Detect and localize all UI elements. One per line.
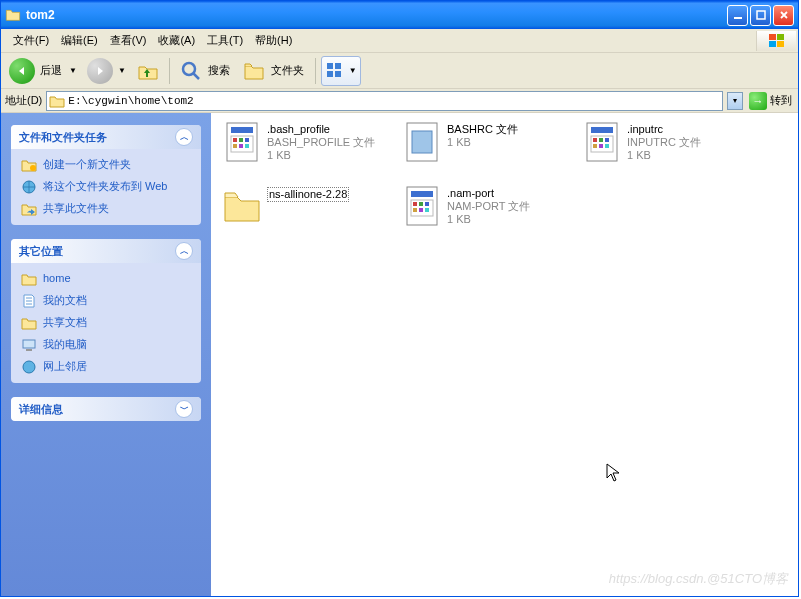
place-home[interactable]: home [21, 271, 191, 287]
toolbar: 后退 ▼ ▼ 搜索 文件夹 ▼ [1, 53, 798, 89]
menu-help[interactable]: 帮助(H) [249, 30, 298, 51]
tasks-panel-header[interactable]: 文件和文件夹任务 ︿ [11, 125, 201, 149]
svg-rect-19 [233, 138, 237, 142]
file-icon [401, 185, 443, 227]
file-item[interactable]: .inputrcINPUTRC 文件1 KB [581, 121, 751, 163]
file-item[interactable]: .bash_profileBASH_PROFILE 文件1 KB [221, 121, 391, 163]
place-mycomputer[interactable]: 我的电脑 [21, 337, 191, 353]
chevron-down-icon[interactable]: ﹀ [175, 400, 193, 418]
svg-rect-5 [777, 41, 784, 47]
svg-rect-2 [769, 34, 776, 40]
titlebar[interactable]: tom2 [1, 1, 798, 29]
new-folder-icon [21, 157, 37, 173]
svg-rect-20 [239, 138, 243, 142]
window-title: tom2 [26, 8, 727, 22]
svg-rect-44 [425, 208, 429, 212]
menu-file[interactable]: 文件(F) [7, 30, 55, 51]
back-icon [9, 58, 35, 84]
tasks-panel: 文件和文件夹任务 ︿ 创建一个新文件夹 将这个文件夹发布到 Web 共享此文件夹 [11, 125, 201, 225]
places-panel-header[interactable]: 其它位置 ︿ [11, 239, 201, 263]
place-mydocs[interactable]: 我的文档 [21, 293, 191, 309]
folders-button[interactable]: 文件夹 [238, 56, 310, 86]
svg-rect-32 [605, 138, 609, 142]
file-icon [221, 121, 263, 163]
dropdown-arrow-icon: ▼ [118, 66, 126, 75]
svg-rect-22 [233, 144, 237, 148]
address-bar: 地址(D) ▾ → 转到 [1, 89, 798, 113]
view-mode-button[interactable]: ▼ [321, 56, 361, 86]
dropdown-arrow-icon: ▼ [69, 66, 77, 75]
dropdown-arrow-icon: ▼ [349, 66, 357, 75]
go-button[interactable]: → 转到 [747, 91, 794, 111]
file-view[interactable]: .bash_profileBASH_PROFILE 文件1 KB BASHRC … [211, 113, 798, 596]
cursor-icon [606, 463, 622, 483]
folder-item[interactable]: ns-allinone-2.28 [221, 185, 391, 227]
svg-rect-3 [777, 34, 784, 40]
separator [169, 58, 170, 84]
forward-button[interactable]: ▼ [83, 56, 130, 86]
svg-rect-0 [734, 17, 742, 19]
up-button[interactable] [132, 56, 164, 86]
svg-rect-21 [245, 138, 249, 142]
svg-rect-24 [245, 144, 249, 148]
details-panel: 详细信息 ﹀ [11, 397, 201, 421]
menu-tools[interactable]: 工具(T) [201, 30, 249, 51]
windows-flag-icon [756, 31, 796, 51]
svg-rect-28 [591, 127, 613, 133]
menu-favorites[interactable]: 收藏(A) [152, 30, 201, 51]
svg-rect-26 [412, 131, 432, 153]
details-panel-header[interactable]: 详细信息 ﹀ [11, 397, 201, 421]
file-item[interactable]: BASHRC 文件1 KB [401, 121, 571, 163]
place-shared[interactable]: 共享文档 [21, 315, 191, 331]
address-dropdown[interactable]: ▾ [727, 92, 743, 110]
svg-rect-7 [327, 63, 333, 69]
address-label: 地址(D) [5, 93, 42, 108]
address-input[interactable] [68, 95, 720, 107]
separator [315, 58, 316, 84]
svg-rect-30 [593, 138, 597, 142]
folder-icon [21, 271, 37, 287]
close-button[interactable] [773, 5, 794, 26]
svg-point-15 [23, 361, 35, 373]
svg-rect-17 [231, 127, 253, 133]
folder-icon [221, 185, 263, 227]
task-share[interactable]: 共享此文件夹 [21, 201, 191, 217]
menu-edit[interactable]: 编辑(E) [55, 30, 104, 51]
svg-point-11 [30, 165, 36, 171]
search-button[interactable]: 搜索 [175, 56, 236, 86]
svg-rect-13 [23, 340, 35, 348]
svg-rect-40 [419, 202, 423, 206]
menu-view[interactable]: 查看(V) [104, 30, 153, 51]
svg-rect-37 [411, 191, 433, 197]
places-panel: 其它位置 ︿ home 我的文档 共享文档 我的电脑 网上邻居 [11, 239, 201, 383]
documents-icon [21, 293, 37, 309]
file-item[interactable]: .nam-portNAM-PORT 文件1 KB [401, 185, 571, 227]
folders-icon [242, 59, 266, 83]
svg-rect-39 [413, 202, 417, 206]
svg-rect-8 [335, 63, 341, 69]
chevron-up-icon[interactable]: ︿ [175, 128, 193, 146]
address-box[interactable] [46, 91, 723, 111]
svg-rect-34 [599, 144, 603, 148]
chevron-up-icon[interactable]: ︿ [175, 242, 193, 260]
svg-rect-31 [599, 138, 603, 142]
svg-rect-10 [335, 71, 341, 77]
task-new-folder[interactable]: 创建一个新文件夹 [21, 157, 191, 173]
folder-up-icon [136, 59, 160, 83]
folder-icon [49, 93, 65, 109]
go-icon: → [749, 92, 767, 110]
minimize-button[interactable] [727, 5, 748, 26]
file-icon [401, 121, 443, 163]
menubar: 文件(F) 编辑(E) 查看(V) 收藏(A) 工具(T) 帮助(H) [1, 29, 798, 53]
maximize-button[interactable] [750, 5, 771, 26]
svg-rect-35 [605, 144, 609, 148]
forward-icon [87, 58, 113, 84]
svg-rect-23 [239, 144, 243, 148]
svg-rect-9 [327, 71, 333, 77]
task-publish[interactable]: 将这个文件夹发布到 Web [21, 179, 191, 195]
watermark: https://blog.csdn.@51CTO博客 [609, 570, 788, 588]
back-button[interactable]: 后退 ▼ [5, 56, 81, 86]
place-network[interactable]: 网上邻居 [21, 359, 191, 375]
globe-icon [21, 179, 37, 195]
side-panel: 文件和文件夹任务 ︿ 创建一个新文件夹 将这个文件夹发布到 Web 共享此文件夹 [1, 113, 211, 596]
